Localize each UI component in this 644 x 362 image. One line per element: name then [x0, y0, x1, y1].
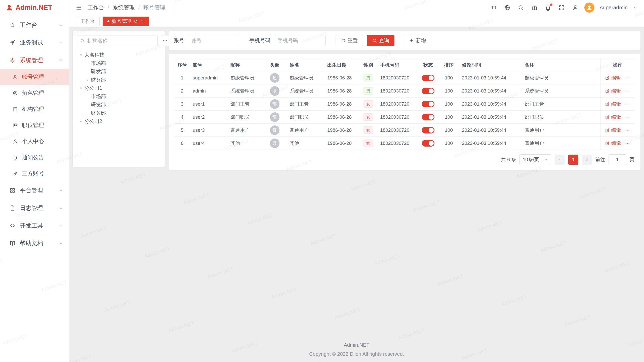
tree-node[interactable]: ▸分公司2	[77, 117, 161, 125]
cell-status	[417, 137, 439, 150]
refresh-icon[interactable]	[134, 19, 138, 23]
gift-icon[interactable]	[531, 4, 538, 11]
cell-gender: 女	[359, 111, 377, 124]
sidebar-item[interactable]: 日志管理	[0, 199, 69, 217]
chevron-down-icon[interactable]	[633, 6, 637, 10]
sidebar-item[interactable]: 系统管理	[0, 51, 69, 69]
add-button[interactable]: 新增	[404, 35, 431, 46]
sidebar-item-label: 系统管理	[20, 56, 43, 64]
page-size-select[interactable]: 10条/页	[519, 154, 551, 165]
org-search-input[interactable]	[87, 38, 154, 44]
status-toggle[interactable]	[422, 127, 434, 133]
sidebar-item[interactable]: 平台管理	[0, 182, 69, 199]
app-logo-text: Admin.NET	[16, 4, 52, 12]
app-logo[interactable]: Admin.NET	[0, 0, 69, 15]
cell-actions: 编辑	[600, 111, 634, 124]
breadcrumb-item[interactable]: 工作台	[88, 4, 104, 11]
cell-remark: 普通用户	[522, 124, 600, 137]
footer: Admin.NET Copyright © 2022 Dilon All rig…	[73, 336, 640, 362]
tree-node[interactable]: 财务部	[77, 109, 161, 117]
caret-right-icon[interactable]: ▸	[78, 119, 84, 124]
reset-button[interactable]: 重置	[336, 35, 363, 46]
sidebar-item[interactable]: 工作台	[0, 16, 69, 34]
next-page-button[interactable]	[582, 155, 592, 165]
sidebar-item-label: 平台管理	[20, 187, 43, 194]
sidebar-subitem[interactable]: 职位管理	[0, 117, 69, 133]
edit-button[interactable]: 编辑	[605, 114, 621, 120]
sidebar-subitem[interactable]: 角色管理	[0, 85, 69, 101]
cell-status	[417, 98, 439, 111]
breadcrumb-item[interactable]: 系统管理	[113, 4, 135, 11]
more-actions-button[interactable]	[625, 102, 630, 107]
tree-node[interactable]: 研发部	[77, 67, 161, 76]
edit-button[interactable]: 编辑	[605, 140, 621, 147]
chevron-down-icon	[58, 22, 64, 28]
cell-phone: 18020030720	[377, 111, 417, 124]
close-icon[interactable]	[140, 19, 144, 23]
tree-node[interactable]: 市场部	[77, 59, 161, 67]
chevron-down-icon	[58, 240, 64, 246]
tree-more-button[interactable]	[161, 35, 169, 46]
tab-workbench[interactable]: 工作台	[76, 17, 100, 26]
status-toggle[interactable]	[422, 88, 434, 94]
more-actions-button[interactable]	[625, 88, 630, 94]
tree-node[interactable]: ▾大名科技	[77, 51, 161, 59]
caret-down-icon[interactable]: ▾	[78, 53, 84, 57]
status-toggle[interactable]	[422, 75, 434, 81]
caret-right-icon[interactable]: ▸	[84, 78, 91, 82]
search-icon[interactable]	[517, 4, 525, 11]
chevron-left-icon	[557, 157, 562, 162]
sidebar-subitem[interactable]: 个人中心	[0, 133, 69, 149]
sidebar-subitem[interactable]: 机构管理	[0, 101, 69, 117]
cell-index: 1	[175, 71, 190, 84]
status-toggle[interactable]	[422, 114, 434, 120]
caret-down-icon[interactable]: ▾	[78, 86, 84, 90]
gender-tag: 女	[364, 126, 373, 134]
tree-node[interactable]: 研发部	[77, 101, 161, 109]
edit-button[interactable]: 编辑	[605, 88, 621, 94]
sidebar-menu: 工作台业务测试系统管理账号管理角色管理机构管理职位管理个人中心通知公告三方账号平…	[0, 15, 69, 362]
status-toggle[interactable]	[422, 101, 434, 107]
sidebar-subitem-label: 角色管理	[22, 89, 44, 97]
edit-button[interactable]: 编辑	[605, 75, 621, 81]
tab-account-management[interactable]: 账号管理	[103, 17, 149, 26]
page-number-button[interactable]: 1	[568, 155, 578, 165]
goto-page-input[interactable]	[609, 154, 626, 165]
sidebar-subitem[interactable]: 账号管理	[0, 69, 69, 85]
more-actions-button[interactable]	[625, 128, 630, 133]
footer-copyright: Copyright © 2022 Dilon All rights reserv…	[73, 349, 640, 358]
gender-tag: 女	[364, 140, 373, 147]
phone-input[interactable]	[274, 35, 326, 46]
tab-label: 账号管理	[112, 18, 131, 25]
sidebar-subitem[interactable]: 三方账号	[0, 165, 69, 182]
prev-page-button[interactable]	[555, 155, 565, 165]
user-avatar[interactable]	[584, 3, 594, 13]
table-body: 1superadmin超级管理员超超级管理员1986-06-28男1802003…	[175, 71, 634, 150]
tree-node[interactable]: 市场部	[77, 92, 161, 101]
tree-node[interactable]: ▸财务部	[77, 76, 161, 84]
query-button[interactable]: 查询	[367, 35, 394, 46]
menu-collapse-icon[interactable]	[76, 5, 82, 11]
column-header: 排序	[439, 59, 459, 71]
edit-button[interactable]: 编辑	[605, 101, 621, 107]
more-actions-button[interactable]	[625, 115, 630, 120]
tree-node[interactable]: ▾分公司1	[77, 84, 161, 92]
sidebar-item[interactable]: 开发工具	[0, 217, 69, 234]
status-toggle[interactable]	[422, 140, 434, 147]
cell-nickname: 部门主管	[227, 98, 263, 111]
sidebar-subitem[interactable]: 通知公告	[0, 149, 69, 165]
fullscreen-icon[interactable]	[558, 4, 565, 11]
bell-icon[interactable]	[544, 4, 552, 11]
user-outline-icon[interactable]	[571, 4, 579, 11]
sidebar-item[interactable]: 帮助文档	[0, 234, 69, 252]
font-size-icon[interactable]: Tt	[490, 4, 497, 11]
edit-button[interactable]: 编辑	[605, 127, 621, 133]
account-input[interactable]	[188, 35, 239, 46]
globe-icon[interactable]	[503, 4, 511, 11]
username[interactable]: superadmin	[600, 5, 628, 11]
column-header: 状态	[417, 59, 439, 71]
sidebar-item[interactable]: 业务测试	[0, 34, 69, 51]
more-actions-button[interactable]	[625, 141, 630, 146]
tabbar: 工作台 账号管理	[69, 15, 644, 27]
more-actions-button[interactable]	[625, 75, 630, 80]
